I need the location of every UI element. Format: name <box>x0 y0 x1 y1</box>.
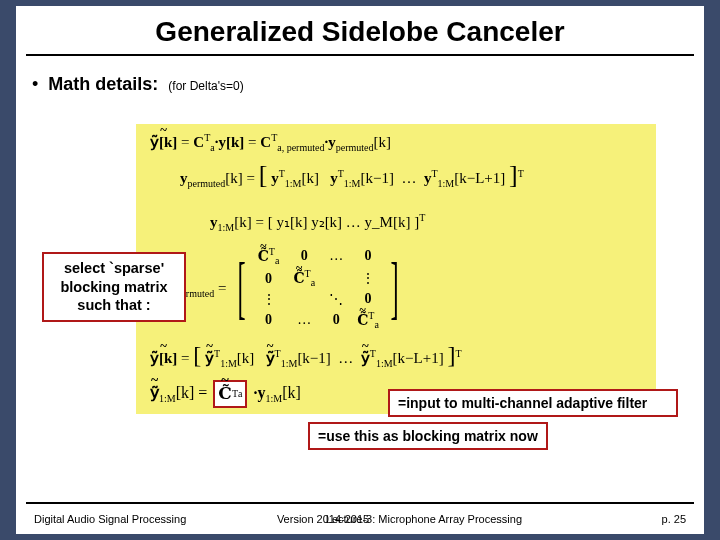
m-21: 0 <box>258 271 280 287</box>
eq2-y2sub: 1:M <box>344 178 361 189</box>
m-14: 0 <box>357 248 379 264</box>
math-box: ỹ[k] = CTa·y[k] = CTa, permuted·ypermute… <box>136 124 656 414</box>
footer-left: Digital Audio Signal Processing <box>34 513 186 525</box>
eq5-y1: ỹ <box>205 349 214 367</box>
eq2-y1: y <box>271 170 279 186</box>
eq1-ry: ·y <box>324 134 335 150</box>
callout-sparse: select `sparse' blocking matrix such tha… <box>42 252 186 322</box>
m-31: ⋮ <box>258 291 280 308</box>
eq5-dots: … <box>338 350 353 366</box>
eq6-lhs: ỹ <box>150 383 159 402</box>
eq6-lhs-sub: 1:M <box>159 394 176 405</box>
equation-2: ypermuted[k] = [ yT1:M[k] yT1:M[k−1] … y… <box>180 160 524 190</box>
rbracket-icon: ] <box>390 257 398 319</box>
equation-6: ỹ1:M[k] = C̃Ta ·y1:M[k] <box>150 380 301 408</box>
eq2-y1sub: 1:M <box>285 178 302 189</box>
eq1-rsub: a, permuted <box>277 142 324 153</box>
eq6-lhs-k: [k] <box>176 384 195 401</box>
eq1-rysub: permuted <box>336 142 374 153</box>
eq6-box-c: C̃ <box>218 383 232 404</box>
eq1-c: C <box>193 134 204 150</box>
bullet-note: (for Delta's=0) <box>168 79 243 93</box>
eq6-redbox: C̃Ta <box>213 380 247 408</box>
eq1-tail: [k] <box>373 134 391 150</box>
bullet-row: • Math details: (for Delta's=0) <box>16 56 704 99</box>
m-42: … <box>293 312 315 328</box>
eq3-sub: 1:M <box>218 222 235 233</box>
eq5-outT: T <box>455 348 461 359</box>
eq1-y: ·y[k] <box>215 134 245 150</box>
eq5-sLb: 1:M <box>376 358 393 369</box>
m-13: … <box>329 248 343 264</box>
eq2-lhs-sub: permuted <box>188 178 226 189</box>
eq3-outT: T <box>419 212 425 223</box>
eq2-k1: [k−1] <box>360 170 393 186</box>
eq2-yLsub: 1:M <box>438 178 455 189</box>
eq5-kL: [k−L+1] <box>393 350 444 366</box>
m-43: 0 <box>329 312 343 328</box>
equation-5: ỹ[k] = [ ỹT1:M[k] ỹT1:M[k−1] … ỹT1:M[k−L… <box>150 342 462 369</box>
eq6-yk: [k] <box>282 384 301 401</box>
eq2-tail: [k] <box>225 170 243 186</box>
eq5-s1b: 1:M <box>220 358 237 369</box>
eq6-rhs-wrap: ·y1:M[k] <box>253 384 300 404</box>
lbracket-icon: [ <box>238 257 246 319</box>
bullet-label: Math details: <box>48 74 158 95</box>
eq2-k0: [k] <box>301 170 319 186</box>
bullet-dot: • <box>32 75 38 93</box>
eq5-k0: [k] <box>237 350 255 366</box>
eq6-y: ·y <box>253 384 265 401</box>
eq5-s2b: 1:M <box>281 358 298 369</box>
eq2-lhs: y <box>180 170 188 186</box>
m-33: ⋱ <box>329 291 343 308</box>
matrix-body: C̃Ta 0 … 0 0 C̃Ta ⋮ ⋮ ⋱ 0 0 … 0 C̃Ta <box>258 246 379 330</box>
m-11: C̃Ta <box>258 246 280 266</box>
eq5-yL: ỹ <box>361 349 370 367</box>
callout-block: =use this as blocking matrix now <box>308 422 548 450</box>
footer-mid: Version 2014-2015 <box>277 513 369 525</box>
slide-title: Generalized Sidelobe Canceler <box>16 6 704 52</box>
m-44: C̃Ta <box>357 310 379 330</box>
eq5-lhs: ỹ[k] <box>150 349 177 367</box>
footer: Digital Audio Signal Processing Version … <box>34 513 686 525</box>
callout-input: =input to multi-channel adaptive filter <box>388 389 678 417</box>
eq3-tail: [k] <box>234 214 252 230</box>
m-22: C̃Ta <box>293 268 315 288</box>
slide-container: Generalized Sidelobe Canceler • Math det… <box>16 6 704 534</box>
m-41: 0 <box>258 312 280 328</box>
eq3-body: [ y₁[k] y₂[k] … y_M[k] ] <box>268 214 420 230</box>
eq1-rc: C <box>260 134 271 150</box>
footer-rule <box>26 502 694 504</box>
m-24: ⋮ <box>357 270 379 287</box>
eq5-y2: ỹ <box>266 349 275 367</box>
eq2-outT: T <box>518 168 524 179</box>
eq2-kL: [k−L+1] <box>454 170 505 186</box>
eq5-k1: [k−1] <box>297 350 330 366</box>
eq6-ysub: 1:M <box>265 393 282 404</box>
eq1-lhs: ỹ[k] <box>150 133 177 151</box>
footer-page: p. 25 <box>662 513 686 525</box>
eq6-box-sub: a <box>238 388 242 399</box>
equation-4-matrix: CTa, permuted = [ C̃Ta 0 … 0 0 C̃Ta ⋮ ⋮ … <box>150 246 406 330</box>
eq2-dots: … <box>401 170 416 186</box>
equation-1: ỹ[k] = CTa·y[k] = CTa, permuted·ypermute… <box>150 132 391 153</box>
equation-3: y1:M[k] = [ y₁[k] y₂[k] … y_M[k] ]T <box>210 212 425 233</box>
eq3-lhs: y <box>210 214 218 230</box>
eq2-y2: y <box>330 170 338 186</box>
eq6-lhs-wrap: ỹ1:M[k] = <box>150 383 207 404</box>
